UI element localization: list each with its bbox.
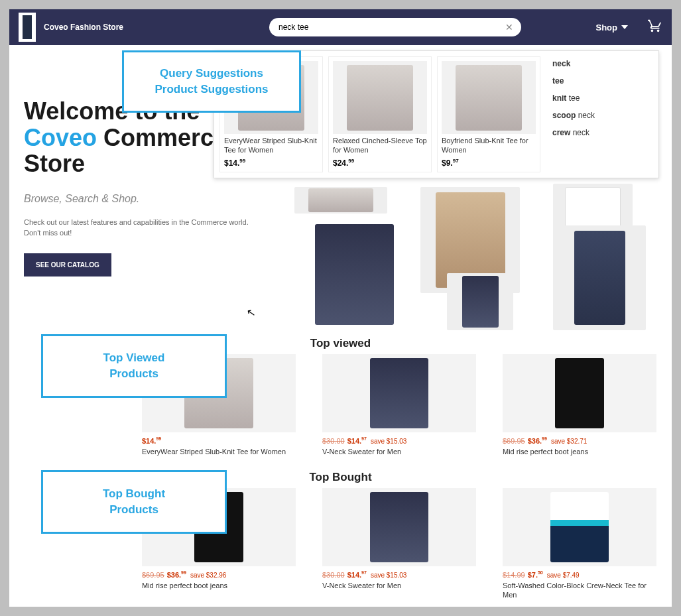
product-image (503, 488, 656, 566)
brand-logo[interactable] (19, 13, 36, 42)
hero-subtext: Check out our latest features and capabi… (24, 217, 288, 239)
product-price: $69.95$36.99save $32.96 (142, 570, 296, 579)
product-name: Mid rise perfect boot jeans (142, 581, 296, 590)
suggestion-title: Relaxed Cinched-Sleeve Top for Women (333, 137, 427, 155)
clear-search-icon[interactable]: ✕ (504, 22, 515, 32)
search-wrapper: ✕ (269, 18, 521, 36)
product-price: $14.99 (142, 436, 296, 445)
query-suggestions: neck tee knit tee scoop neck crew neck (546, 51, 658, 178)
annotation-callout: Top Bought Products (41, 470, 227, 534)
annotation-line: Top Bought (103, 486, 165, 502)
product-name: V-Neck Sweater for Men (322, 581, 476, 590)
product-card[interactable]: $69.95$36.99save $32.71 Mid rise perfect… (503, 354, 656, 456)
top-bar: Coveo Fashion Store ✕ Shop (9, 9, 672, 45)
query-suggestion[interactable]: crew neck (552, 128, 652, 137)
query-suggestion[interactable]: tee (552, 76, 652, 86)
annotation-callout: Query Suggestions Product Suggestions (122, 50, 301, 113)
suggestion-price: $24.99 (333, 158, 427, 168)
product-card[interactable]: $30.00$14.97save $15.03 V-Neck Sweater f… (322, 354, 476, 456)
query-suggestion[interactable]: neck (552, 59, 652, 68)
suggestion-title: Boyfriend Slub-Knit Tee for Women (442, 137, 536, 155)
brand-name: Coveo Fashion Store (44, 23, 229, 32)
product-thumb (442, 61, 536, 134)
suggestion-price: $9.97 (442, 158, 536, 168)
product-thumb (333, 61, 427, 134)
annotation-line: Products (109, 502, 158, 518)
product-image (322, 488, 476, 566)
search-input[interactable] (269, 18, 521, 36)
product-price: $69.95$36.99save $32.71 (503, 436, 656, 445)
shop-menu[interactable]: Shop (596, 23, 629, 32)
see-catalog-button[interactable]: SEE OUR CATALOG (24, 253, 111, 277)
product-price: $30.00$14.97save $15.03 (322, 436, 476, 445)
suggestion-card[interactable]: Boyfriend Slub-Knit Tee for Women $9.97 (437, 56, 540, 172)
product-name: Soft-Washed Color-Block Crew-Neck Tee fo… (503, 581, 656, 600)
product-name: EveryWear Striped Slub-Knit Tee for Wome… (142, 447, 296, 456)
mosaic-tile (447, 273, 513, 330)
hero-tagline: Browse, Search & Shop. (24, 193, 288, 205)
annotation-line: Products (109, 366, 158, 382)
product-price: $30.00$14.97save $15.03 (322, 570, 476, 579)
app-frame: Coveo Fashion Store ✕ Shop EveryWear Str… (9, 9, 672, 607)
product-image (503, 354, 656, 432)
chevron-down-icon (621, 25, 628, 29)
mosaic-tile (553, 225, 646, 330)
product-card[interactable]: $30.00$14.97save $15.03 V-Neck Sweater f… (322, 488, 476, 599)
cart-icon[interactable] (648, 19, 662, 36)
query-suggestion[interactable]: scoop neck (552, 111, 652, 120)
product-name: V-Neck Sweater for Men (322, 447, 476, 456)
mosaic-tile (308, 219, 401, 330)
annotation-line: Top Viewed (103, 350, 165, 366)
shop-label: Shop (596, 23, 618, 32)
product-name: Mid rise perfect boot jeans (503, 447, 656, 456)
suggestion-title: EveryWear Striped Slub-Knit Tee for Wome… (224, 137, 318, 155)
annotation-callout: Top Viewed Products (41, 334, 227, 398)
product-card[interactable]: $14.99$7.50save $7.49 Soft-Washed Color-… (503, 488, 656, 599)
annotation-line: Query Suggestions (160, 66, 263, 82)
product-price: $14.99$7.50save $7.49 (503, 570, 656, 579)
annotation-line: Product Suggestions (155, 82, 269, 97)
product-image (322, 354, 476, 432)
query-suggestion[interactable]: knit tee (552, 93, 652, 103)
mosaic-tile (294, 187, 387, 214)
suggestion-card[interactable]: Relaxed Cinched-Sleeve Top for Women $24… (328, 56, 432, 172)
suggestion-price: $14.99 (224, 158, 318, 168)
